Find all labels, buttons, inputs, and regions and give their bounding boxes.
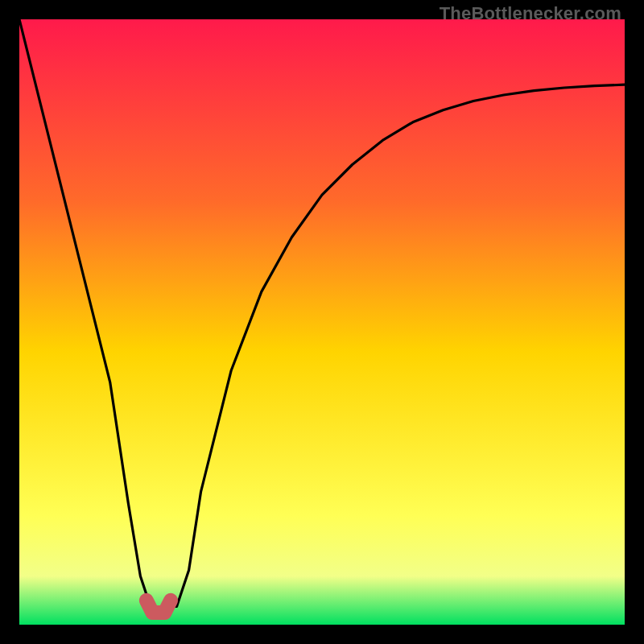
watermark-text: TheBottlenecker.com	[440, 3, 621, 24]
chart-frame	[19, 19, 625, 625]
gradient-background	[19, 19, 625, 625]
bottleneck-chart	[19, 19, 625, 625]
